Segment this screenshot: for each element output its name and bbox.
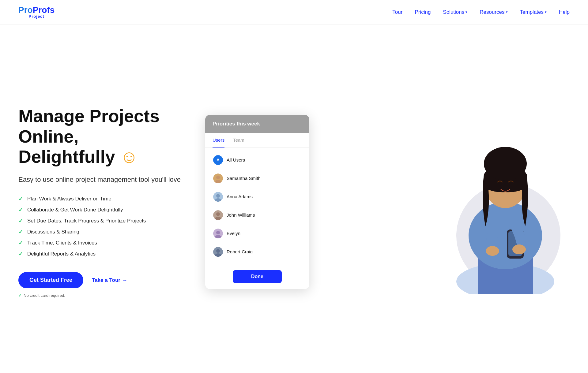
feature-item: ✓Discussions & Sharing: [18, 229, 196, 235]
list-item-john[interactable]: John Williams: [210, 207, 304, 224]
svg-point-1: [216, 176, 220, 179]
list-item-evelyn[interactable]: Evelyn: [210, 225, 304, 242]
chevron-down-icon: ▾: [545, 10, 547, 14]
list-item-samantha[interactable]: Samantha Smith: [210, 170, 304, 187]
done-button[interactable]: Done: [233, 270, 282, 283]
logo-profs: Profs: [33, 5, 55, 15]
hero-title: Manage Projects Online, Delightfully ☺: [18, 106, 196, 167]
check-icon: ✓: [18, 240, 23, 246]
hero-section: Manage Projects Online, Delightfully ☺ E…: [0, 24, 588, 373]
logo-sub: Project: [18, 14, 55, 18]
avatar: [213, 192, 223, 202]
avatar: [213, 210, 223, 220]
take-tour-link[interactable]: Take a Tour →: [92, 277, 127, 283]
card-header: Priorities this week: [205, 115, 309, 133]
logo-pro: Pro: [18, 5, 33, 15]
svg-point-20: [484, 147, 527, 181]
check-icon: ✓: [18, 293, 22, 298]
arrow-right-icon: →: [122, 277, 127, 283]
nav-resources[interactable]: Resources ▾: [480, 9, 507, 15]
check-icon: ✓: [18, 229, 23, 235]
smile-emoji: ☺: [120, 147, 138, 166]
user-name: Robert Craig: [227, 249, 253, 254]
user-name: All Users: [227, 157, 245, 162]
nav-tour[interactable]: Tour: [392, 9, 402, 15]
nav-solutions[interactable]: Solutions ▾: [443, 9, 467, 15]
tab-users[interactable]: Users: [213, 133, 224, 147]
list-item-anna[interactable]: Anna Adams: [210, 188, 304, 205]
list-item-robert[interactable]: Robert Craig: [210, 243, 304, 260]
nav-templates[interactable]: Templates ▾: [520, 9, 547, 15]
hero-subtitle: Easy to use online project management to…: [18, 174, 196, 185]
nav-pricing[interactable]: Pricing: [415, 9, 431, 15]
avatar: A: [213, 155, 223, 165]
card-footer: Done: [205, 265, 309, 289]
get-started-button[interactable]: Get Started Free: [18, 272, 83, 288]
logo[interactable]: ProProfs Project: [18, 6, 55, 18]
svg-point-23: [486, 246, 499, 256]
card-list: A All Users Samantha Smith Anna Adams: [205, 148, 309, 265]
no-credit-card-notice: ✓ No credit card required.: [18, 293, 196, 298]
avatar: [213, 173, 223, 183]
check-icon: ✓: [18, 207, 23, 213]
chevron-down-icon: ▾: [466, 10, 467, 14]
feature-item: ✓Plan Work & Always Deliver on Time: [18, 196, 196, 202]
tab-team[interactable]: Team: [233, 133, 244, 147]
check-icon: ✓: [18, 251, 23, 257]
card-tabs: Users Team: [205, 133, 309, 148]
user-name: Samantha Smith: [227, 176, 261, 181]
avatar: [213, 229, 223, 238]
avatar: [213, 247, 223, 257]
feature-item: ✓Delightful Reports & Analytics: [18, 251, 196, 257]
priorities-card: Priorities this week Users Team A All Us…: [205, 115, 309, 289]
svg-point-17: [469, 202, 542, 269]
svg-point-4: [216, 194, 220, 198]
chevron-down-icon: ▾: [506, 10, 508, 14]
svg-point-13: [216, 249, 220, 253]
check-icon: ✓: [18, 218, 23, 224]
hero-left: Manage Projects Online, Delightfully ☺ E…: [18, 106, 196, 298]
navbar: ProProfs Project Tour Pricing Solutions …: [0, 0, 588, 24]
user-name: Evelyn: [227, 231, 240, 236]
list-item-all-users[interactable]: A All Users: [210, 151, 304, 169]
nav-help[interactable]: Help: [559, 9, 570, 15]
user-name: John Williams: [227, 212, 255, 218]
person-illustration: [441, 104, 570, 294]
svg-point-7: [216, 212, 220, 216]
features-list: ✓Plan Work & Always Deliver on Time ✓Col…: [18, 196, 196, 257]
feature-item: ✓Collaborate & Get Work Done Delightfull…: [18, 207, 196, 213]
nav-links: Tour Pricing Solutions ▾ Resources ▾ Tem…: [392, 9, 570, 15]
check-icon: ✓: [18, 196, 23, 202]
cta-row: Get Started Free Take a Tour →: [18, 272, 196, 288]
feature-item: ✓Track Time, Clients & Invoices: [18, 240, 196, 246]
feature-item: ✓Set Due Dates, Track Progress & Priorit…: [18, 218, 196, 224]
svg-point-10: [216, 231, 220, 234]
svg-point-24: [512, 244, 526, 254]
hero-right: Priorities this week Users Team A All Us…: [196, 110, 570, 294]
user-name: Anna Adams: [227, 194, 253, 199]
